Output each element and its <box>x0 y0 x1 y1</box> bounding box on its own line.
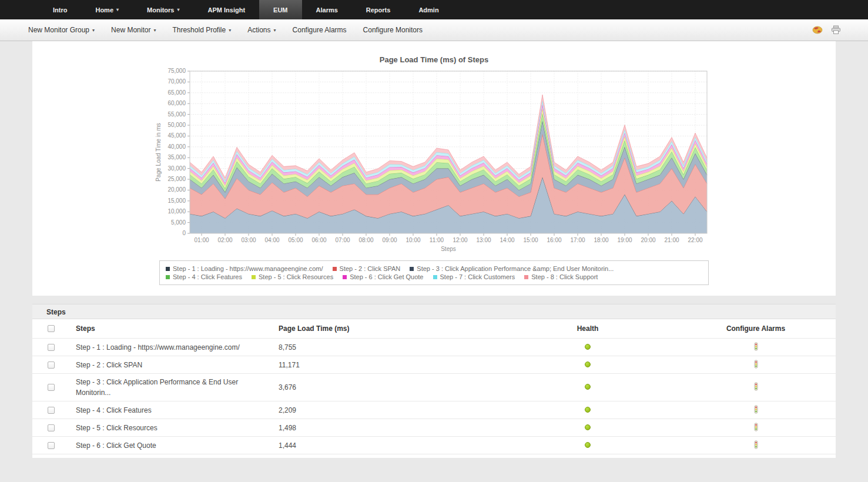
page-load-time-chart: 05,00010,00015,00020,00025,00030,00035,0… <box>152 66 716 256</box>
page-load-time-value: 8,755 <box>276 343 500 352</box>
toolbar-items: New Monitor Group▾New Monitor▾Threshold … <box>20 26 431 34</box>
svg-text:70,000: 70,000 <box>167 78 186 85</box>
steps-table-body: Step - 1 : Loading - https://www.managee… <box>32 339 836 454</box>
svg-text:01:00: 01:00 <box>194 237 209 243</box>
nav-item-label: APM Insight <box>208 6 246 14</box>
toolbar-item-threshold-profile[interactable]: Threshold Profile▾ <box>164 26 239 34</box>
nav-item-eum[interactable]: EUM <box>259 0 301 19</box>
nav-item-label: EUM <box>273 6 287 14</box>
toolbar-icons <box>812 25 856 35</box>
world-icon[interactable] <box>812 26 823 34</box>
row-checkbox[interactable] <box>48 344 55 351</box>
page-load-time-value: 1,444 <box>276 441 500 450</box>
svg-text:02:00: 02:00 <box>217 237 232 243</box>
legend-marker-icon <box>333 267 337 271</box>
steps-section-title: Steps <box>46 308 66 316</box>
nav-item-label: Monitors <box>147 6 174 14</box>
column-header-page-load-time: Page Load Time (ms) <box>276 324 500 333</box>
page-load-time-value: 1,498 <box>276 424 500 432</box>
svg-text:22:00: 22:00 <box>688 237 702 243</box>
svg-text:45,000: 45,000 <box>167 132 186 139</box>
nav-item-label: Intro <box>53 6 67 14</box>
row-checkbox[interactable] <box>48 384 55 391</box>
steps-panel: Steps Steps Page Load Time (ms) Health C… <box>32 304 836 458</box>
svg-text:50,000: 50,000 <box>167 122 186 128</box>
legend-label: Step - 6 : Click Get Quote <box>350 273 423 280</box>
legend-marker-icon <box>343 275 347 279</box>
row-checkbox[interactable] <box>48 424 55 431</box>
health-status-icon <box>585 362 591 367</box>
svg-text:35,000: 35,000 <box>167 154 186 160</box>
toolbar-item-new-monitor[interactable]: New Monitor▾ <box>103 26 164 34</box>
legend-item: Step - 7 : Click Customers <box>433 273 515 280</box>
legend-marker-icon <box>166 267 170 271</box>
legend-item: Step - 3 : Click Application Performance… <box>410 265 614 272</box>
configure-alarm-icon[interactable] <box>753 360 759 369</box>
column-header-steps: Steps <box>73 320 276 337</box>
chevron-down-icon: ▾ <box>229 28 231 33</box>
toolbar-item-label: Threshold Profile <box>172 26 226 34</box>
health-status-icon <box>585 407 591 413</box>
nav-item-apm-insight[interactable]: APM Insight <box>194 0 260 19</box>
toolbar-item-label: Configure Alarms <box>293 26 347 34</box>
svg-text:04:00: 04:00 <box>264 237 279 243</box>
nav-item-reports[interactable]: Reports <box>352 0 405 19</box>
legend-marker-icon <box>252 275 256 279</box>
svg-text:15,000: 15,000 <box>167 198 186 204</box>
nav-item-label: Reports <box>366 6 391 14</box>
nav-item-monitors[interactable]: Monitors▾ <box>133 0 193 19</box>
print-icon[interactable] <box>831 25 841 35</box>
toolbar-item-configure-monitors[interactable]: Configure Monitors <box>355 26 431 34</box>
chevron-down-icon: ▾ <box>92 28 95 33</box>
chevron-down-icon: ▾ <box>177 7 179 12</box>
nav-item-label: Home <box>95 6 113 14</box>
svg-text:08:00: 08:00 <box>358 237 373 243</box>
nav-item-intro[interactable]: Intro <box>39 0 81 19</box>
toolbar-item-label: Configure Monitors <box>363 26 423 34</box>
toolbar-item-configure-alarms[interactable]: Configure Alarms <box>284 26 355 34</box>
chevron-down-icon: ▾ <box>153 28 156 33</box>
legend-item: Step - 4 : Click Features <box>166 273 242 280</box>
table-row: Step - 5 : Click Resources1,498 <box>32 419 836 437</box>
toolbar-item-label: New Monitor Group <box>28 26 89 34</box>
step-name: Step - 6 : Click Get Quote <box>73 437 276 454</box>
svg-text:11:00: 11:00 <box>429 237 444 243</box>
nav-item-alarms[interactable]: Alarms <box>302 0 352 19</box>
configure-alarm-icon[interactable] <box>753 342 759 351</box>
svg-text:14:00: 14:00 <box>500 237 514 243</box>
table-header-row: Steps Page Load Time (ms) Health Configu… <box>32 319 836 339</box>
legend-item: Step - 8 : Click Support <box>524 273 598 280</box>
chart-title: Page Load Time (ms) of Steps <box>32 55 836 64</box>
configure-alarm-icon[interactable] <box>753 423 759 431</box>
configure-alarm-icon[interactable] <box>753 405 759 414</box>
svg-text:20,000: 20,000 <box>167 186 186 193</box>
row-checkbox[interactable] <box>48 407 55 414</box>
legend-marker-icon <box>524 275 528 279</box>
svg-text:25,000: 25,000 <box>167 176 186 182</box>
toolbar-item-actions[interactable]: Actions▾ <box>239 26 284 34</box>
select-all-checkbox[interactable] <box>48 325 55 332</box>
nav-item-home[interactable]: Home▾ <box>81 0 133 19</box>
svg-text:17:00: 17:00 <box>570 237 585 243</box>
table-row: Step - 6 : Click Get Quote1,444 <box>32 437 836 454</box>
svg-text:07:00: 07:00 <box>335 237 350 243</box>
row-checkbox[interactable] <box>48 442 55 449</box>
chart-panel: Page Load Time (ms) of Steps 05,00010,00… <box>32 41 836 296</box>
configure-alarm-icon[interactable] <box>753 440 759 449</box>
row-checkbox[interactable] <box>48 362 55 369</box>
health-status-icon <box>585 384 591 390</box>
svg-text:Steps: Steps <box>441 246 456 252</box>
toolbar-item-new-monitor-group[interactable]: New Monitor Group▾ <box>20 26 103 34</box>
svg-text:75,000: 75,000 <box>167 68 186 74</box>
nav-item-admin[interactable]: Admin <box>404 0 453 19</box>
legend-label: Step - 4 : Click Features <box>173 273 242 280</box>
svg-text:19:00: 19:00 <box>617 237 632 243</box>
configure-alarm-icon[interactable] <box>753 382 759 391</box>
legend-label: Step - 3 : Click Application Performance… <box>417 265 614 272</box>
top-navigation: IntroHome▾Monitors▾APM InsightEUMAlarmsR… <box>0 0 868 19</box>
svg-text:60,000: 60,000 <box>167 100 186 106</box>
nav-item-label: Admin <box>418 6 438 14</box>
svg-text:20:00: 20:00 <box>641 237 655 243</box>
svg-text:40,000: 40,000 <box>167 143 186 150</box>
step-name: Step - 3 : Click Application Performance… <box>73 374 276 401</box>
